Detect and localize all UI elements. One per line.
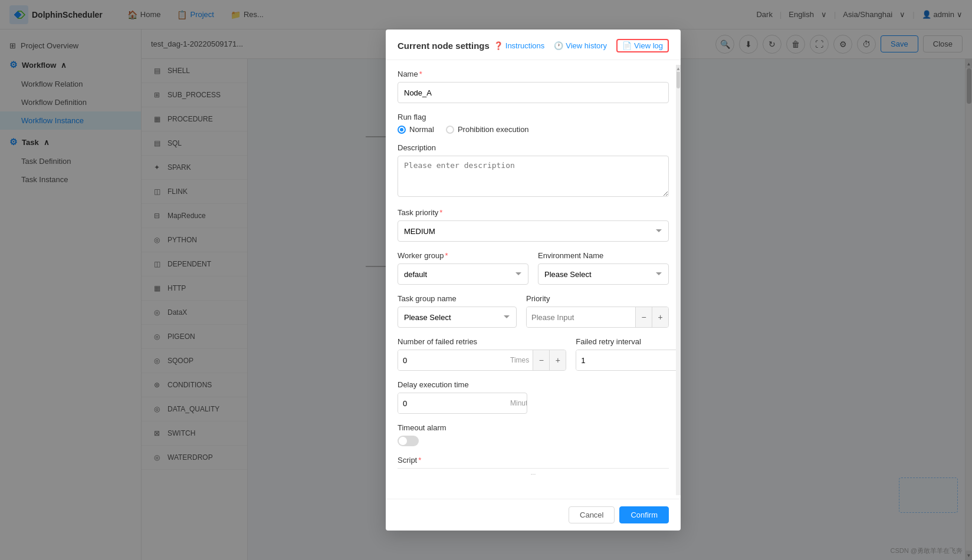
- worker-group-label: Worker group *: [398, 251, 528, 260]
- cancel-button[interactable]: Cancel: [569, 506, 615, 523]
- confirm-button[interactable]: Confirm: [619, 506, 669, 523]
- name-required: *: [419, 70, 422, 78]
- form-group-description: Description: [398, 143, 669, 199]
- timeout-toggle-wrap: [398, 436, 669, 446]
- form-col-worker-group: Worker group * default: [398, 251, 528, 285]
- view-log-label: View log: [634, 41, 663, 50]
- script-truncated: ···: [398, 468, 669, 480]
- radio-prohibition-label: Prohibition execution: [458, 125, 529, 134]
- form-col-failed-retries: Number of failed retries Times − +: [398, 337, 566, 371]
- priority-plus-btn[interactable]: +: [652, 307, 668, 327]
- radio-normal-circle: [398, 126, 406, 134]
- failed-retries-plus-btn[interactable]: +: [549, 350, 566, 370]
- delay-input[interactable]: [398, 393, 507, 413]
- form-col-task-group-name: Task group name Please Select: [398, 294, 517, 328]
- name-label: Name *: [398, 70, 669, 78]
- modal-footer: Cancel Confirm: [386, 499, 681, 531]
- priority-label: Priority: [526, 294, 669, 303]
- failed-retries-input[interactable]: [398, 350, 507, 370]
- instructions-label: Instructions: [505, 41, 544, 50]
- priority-input[interactable]: [527, 307, 635, 327]
- retry-interval-wrap: Minute − +: [576, 350, 681, 371]
- modal-scrollbar-track: ▲: [676, 65, 681, 495]
- env-name-select[interactable]: Please Select: [538, 263, 669, 285]
- form-row-worker-env: Worker group * default Environment Name …: [398, 251, 669, 285]
- modal-node-settings: Current node settings ❓ Instructions 🕐 V…: [386, 29, 681, 531]
- run-flag-prohibition[interactable]: Prohibition execution: [446, 125, 529, 134]
- run-flag-options: Normal Prohibition execution: [398, 125, 669, 134]
- script-label: Script *: [398, 456, 669, 465]
- failed-retries-unit: Times: [507, 356, 533, 364]
- task-group-name-label: Task group name: [398, 294, 517, 303]
- env-name-label: Environment Name: [538, 251, 669, 260]
- retry-interval-input[interactable]: [576, 350, 681, 370]
- failed-retries-minus-btn[interactable]: −: [533, 350, 549, 370]
- form-row-retries: Number of failed retries Times − + Faile…: [398, 337, 669, 371]
- script-required: *: [418, 456, 421, 465]
- form-group-name: Name *: [398, 70, 669, 103]
- form-group-run-flag: Run flag Normal Prohibition execution: [398, 113, 669, 134]
- run-flag-normal[interactable]: Normal: [398, 125, 434, 134]
- worker-group-required: *: [445, 251, 448, 260]
- priority-input-wrap: − +: [526, 307, 669, 328]
- name-input[interactable]: [398, 82, 669, 103]
- form-row-task-group-priority: Task group name Please Select Priority −…: [398, 294, 669, 328]
- run-flag-label: Run flag: [398, 113, 669, 121]
- delay-wrap: Minute − +: [398, 393, 527, 414]
- form-col-retry-interval: Failed retry interval Minute − +: [576, 337, 681, 371]
- task-priority-required: *: [439, 208, 442, 217]
- instructions-icon: ❓: [494, 41, 503, 50]
- modal-body: Name * Run flag Normal Prohibition execu…: [386, 60, 681, 499]
- modal-instructions-link[interactable]: ❓ Instructions: [494, 41, 544, 50]
- form-group-script: Script * ···: [398, 456, 669, 480]
- view-history-label: View history: [566, 41, 607, 50]
- view-log-icon: 📄: [622, 41, 632, 50]
- delay-unit: Minute: [507, 399, 527, 407]
- failed-retries-label: Number of failed retries: [398, 337, 566, 346]
- form-group-delay: Delay execution time Minute − +: [398, 380, 669, 414]
- timeout-alarm-label: Timeout alarm: [398, 423, 669, 432]
- form-group-task-priority: Task priority * LOWEST LOW MEDIUM HIGH H…: [398, 208, 669, 242]
- retry-interval-label: Failed retry interval: [576, 337, 681, 346]
- failed-retries-wrap: Times − +: [398, 350, 566, 371]
- modal-view-log-link[interactable]: 📄 View log: [616, 39, 669, 52]
- delay-label: Delay execution time: [398, 380, 669, 389]
- radio-prohibition-circle: [446, 126, 454, 134]
- radio-normal-label: Normal: [409, 125, 434, 134]
- description-input[interactable]: [398, 156, 669, 197]
- view-history-icon: 🕐: [554, 41, 563, 50]
- form-group-timeout: Timeout alarm: [398, 423, 669, 446]
- task-priority-select[interactable]: LOWEST LOW MEDIUM HIGH HIGHEST: [398, 220, 669, 242]
- worker-group-select[interactable]: default: [398, 263, 528, 285]
- modal-header: Current node settings ❓ Instructions 🕐 V…: [386, 29, 681, 60]
- task-priority-label: Task priority *: [398, 208, 669, 217]
- modal-header-actions: ❓ Instructions 🕐 View history 📄 View log: [494, 39, 669, 52]
- modal-view-history-link[interactable]: 🕐 View history: [554, 41, 607, 50]
- modal-title: Current node settings: [398, 41, 490, 51]
- modal-scroll-up-arrow[interactable]: ▲: [676, 65, 681, 72]
- form-col-env-name: Environment Name Please Select: [538, 251, 669, 285]
- task-group-name-select[interactable]: Please Select: [398, 307, 517, 328]
- timeout-toggle[interactable]: [398, 436, 419, 446]
- form-col-priority: Priority − +: [526, 294, 669, 328]
- description-label: Description: [398, 143, 669, 152]
- priority-minus-btn[interactable]: −: [635, 307, 652, 327]
